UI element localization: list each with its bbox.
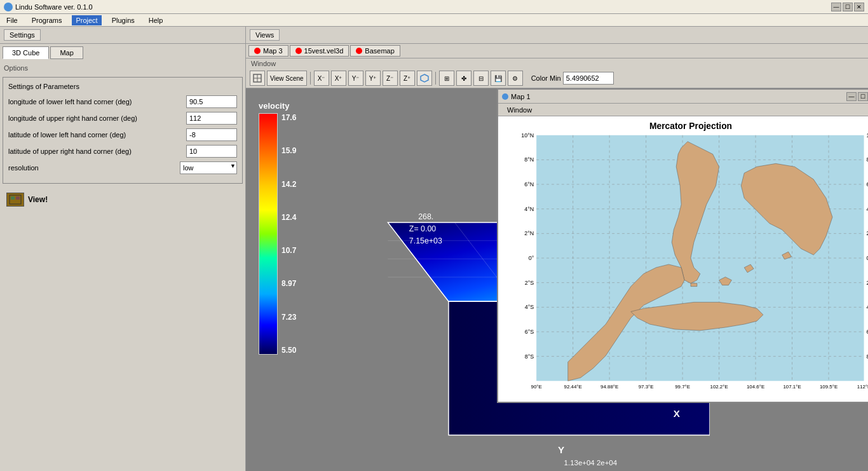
view-button-label: View! <box>28 195 48 204</box>
settings-header: Settings <box>0 27 245 44</box>
view-area: velocity 17.6 15.9 14.2 12.4 10.7 8.97 7… <box>246 88 868 471</box>
param-label-1: longitude of upper right hand corner (de… <box>8 114 186 122</box>
resolution-select[interactable]: low medium high <box>180 161 237 174</box>
svg-text:6°N: 6°N <box>524 181 534 188</box>
param-row-0: longitude of lower left hand corner (deg… <box>8 95 237 108</box>
right-panel: Views Map 3 15vest.vel3d Basemap Window … <box>246 27 868 471</box>
map-menu-window[interactable]: Window <box>502 105 537 115</box>
maximize-button[interactable]: ☐ <box>843 3 853 11</box>
y-axis-label: Y <box>558 444 564 455</box>
close-button[interactable]: ✕ <box>854 3 864 11</box>
svg-text:92.44°E: 92.44°E <box>564 384 582 390</box>
toolbar-btn-yp[interactable]: Y⁺ <box>365 71 381 86</box>
tab-3d-cube[interactable]: 3D Cube <box>3 46 49 59</box>
param-label-4: resolution <box>8 164 180 172</box>
params-box: Settings of Parameters longitude of lowe… <box>3 77 243 184</box>
param-row-3: latitude of upper right hand corner (deg… <box>8 145 237 158</box>
map-minimize-btn[interactable]: — <box>846 92 857 101</box>
map-projection-title: Mercator Projection <box>649 121 732 131</box>
svg-text:90°E: 90°E <box>531 384 542 390</box>
toolbar-btn-zn[interactable]: Z⁻ <box>383 71 398 86</box>
menu-file[interactable]: File <box>3 15 22 25</box>
map-window: Map 1 — ☐ ✕ Window <box>497 88 868 403</box>
toolbar-btn-reset[interactable]: ⊞ <box>439 71 454 86</box>
tab-dot-basemap <box>356 48 362 54</box>
view-tab-vel3d[interactable]: 15vest.vel3d <box>290 45 349 57</box>
z-label: 268. <box>418 212 433 221</box>
svg-text:2°N: 2°N <box>524 230 534 236</box>
map-svg: Mercator Projection <box>498 116 868 402</box>
toolbar-btn-pan[interactable]: ✤ <box>456 71 471 86</box>
svg-text:104.6°E: 104.6°E <box>747 384 764 390</box>
tab-label-basemap: Basemap <box>365 47 394 55</box>
z-eq-label: Z= 0.00 <box>409 224 437 233</box>
param-input-2[interactable] <box>186 128 237 141</box>
param-label-2: latitude of lower left hand corner (deg) <box>8 131 186 139</box>
left-panel: Settings 3D Cube Map Options Settings of… <box>0 27 246 471</box>
toolbar-btn-settings[interactable]: ⚙ <box>508 71 523 86</box>
toolbar-btn-zoom[interactable]: ⊟ <box>473 71 489 86</box>
map-content: Mercator Projection <box>498 116 868 402</box>
map-maximize-btn[interactable]: ☐ <box>858 92 868 101</box>
main-layout: Settings 3D Cube Map Options Settings of… <box>0 27 868 471</box>
app-icon <box>4 3 13 11</box>
svg-text:8°N: 8°N <box>524 156 534 163</box>
toolbar-btn-xn[interactable]: X⁻ <box>314 71 329 86</box>
toolbar-btn-scene[interactable] <box>250 71 265 86</box>
colorbar-val-0: 17.6 <box>281 113 296 122</box>
menu-programs[interactable]: Programs <box>28 15 66 25</box>
param-input-1[interactable] <box>186 112 237 125</box>
colorbar-val-4: 10.7 <box>281 246 296 255</box>
svg-text:99.7°E: 99.7°E <box>675 384 690 390</box>
svg-text:4°S: 4°S <box>525 304 534 310</box>
svg-rect-1 <box>11 196 15 200</box>
colorbar-val-5: 8.97 <box>281 279 296 288</box>
tab-dot-map3 <box>254 48 261 54</box>
colorbar-val-1: 15.9 <box>281 146 296 155</box>
param-input-0[interactable] <box>186 95 237 108</box>
svg-text:109.5°E: 109.5°E <box>820 384 837 390</box>
colorbar-val-2: 14.2 <box>281 180 296 189</box>
svg-text:102.2°E: 102.2°E <box>710 384 728 390</box>
svg-text:112°E: 112°E <box>857 384 868 390</box>
toolbar-btn-save[interactable]: 💾 <box>491 71 506 86</box>
param-input-3[interactable] <box>186 145 237 158</box>
toolbar-btn-xp[interactable]: X⁺ <box>331 71 346 86</box>
colorbar-val-3: 12.4 <box>281 213 296 222</box>
color-min-input[interactable] <box>563 72 614 85</box>
colorbar-title: velocity <box>259 101 297 111</box>
map-title-bar: Map 1 — ☐ ✕ <box>498 90 868 104</box>
minimize-button[interactable]: — <box>831 3 841 11</box>
toolbar-btn-yn[interactable]: Y⁻ <box>348 71 363 86</box>
menu-plugins[interactable]: Plugins <box>108 15 139 25</box>
param-row-2: latitude of lower left hand corner (deg) <box>8 128 237 141</box>
view-tabs: Map 3 15vest.vel3d Basemap <box>246 44 868 58</box>
toolbar-btn-zp[interactable]: Z⁺ <box>400 71 415 86</box>
window-label: Window <box>246 58 868 69</box>
colorbar-gradient <box>259 113 278 355</box>
tab-dot-vel3d <box>295 48 302 54</box>
settings-title: Settings <box>4 29 41 41</box>
param-row-4: resolution low medium high ▼ <box>8 161 237 174</box>
map-window-title: Map 1 <box>511 93 531 100</box>
view-tab-map3[interactable]: Map 3 <box>248 45 288 57</box>
menu-help[interactable]: Help <box>145 15 167 25</box>
view-tab-basemap[interactable]: Basemap <box>350 45 400 57</box>
view-scene-label[interactable]: View Scene <box>267 71 307 86</box>
svg-text:4°N: 4°N <box>524 206 534 212</box>
bottom-coord: 1.13e+04 2e+04 <box>564 459 618 467</box>
toolbar-btn-cube[interactable] <box>417 71 432 86</box>
param-label-0: longitude of lower left hand corner (deg… <box>8 98 186 106</box>
view-button[interactable]: View! <box>6 193 239 207</box>
z-val-label: 7.15e+03 <box>409 236 442 245</box>
svg-rect-2 <box>16 196 20 200</box>
menu-project[interactable]: Project <box>72 15 101 25</box>
left-tabs: 3D Cube Map <box>0 44 245 62</box>
x-axis-label: X <box>674 408 681 419</box>
param-label-3: latitude of upper right hand corner (deg… <box>8 147 186 155</box>
colorbar: velocity 17.6 15.9 14.2 12.4 10.7 8.97 7… <box>259 101 297 355</box>
map-window-icon <box>502 93 508 100</box>
tab-map[interactable]: Map <box>50 46 83 59</box>
svg-marker-6 <box>421 74 428 82</box>
toolbar-sep-2 <box>435 72 436 85</box>
